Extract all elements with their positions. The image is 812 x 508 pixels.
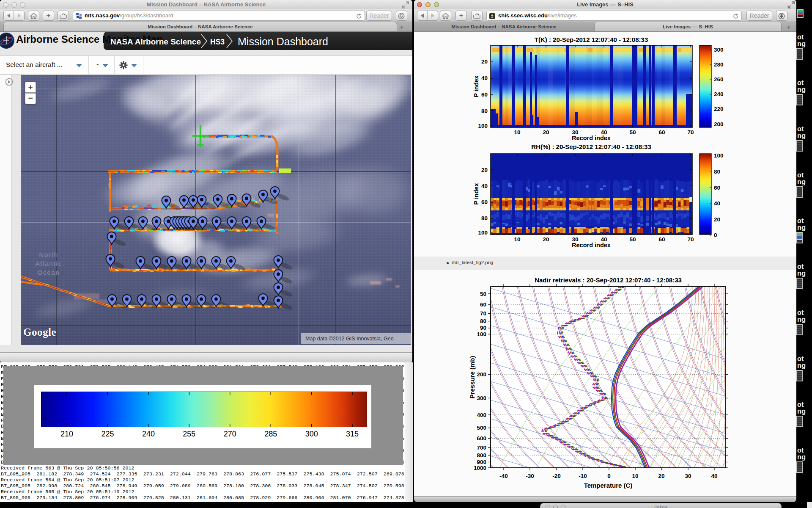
svg-text:40: 40 — [711, 473, 717, 479]
svg-text:210: 210 — [60, 430, 73, 438]
svg-text:90: 90 — [480, 325, 486, 331]
svg-text:60: 60 — [481, 199, 488, 205]
svg-text:80: 80 — [481, 108, 488, 114]
svg-text:270: 270 — [224, 430, 236, 438]
svg-text:60: 60 — [714, 185, 720, 191]
svg-text:280: 280 — [714, 61, 724, 68]
svg-text:P index: P index — [473, 75, 480, 97]
svg-text:80: 80 — [481, 215, 488, 221]
svg-text:-30: -30 — [526, 473, 534, 479]
svg-text:20: 20 — [543, 129, 549, 135]
svg-text:255: 255 — [183, 430, 195, 438]
svg-text:315: 315 — [346, 430, 359, 438]
svg-text:10: 10 — [514, 129, 520, 135]
svg-text:100: 100 — [478, 229, 488, 236]
svg-text:80: 80 — [480, 318, 486, 324]
svg-text:40: 40 — [481, 183, 488, 189]
svg-text:Record index: Record index — [572, 135, 611, 141]
svg-text:-10: -10 — [579, 473, 587, 479]
svg-text:400: 400 — [477, 412, 486, 418]
svg-text:80: 80 — [714, 168, 720, 175]
svg-text:70: 70 — [480, 310, 486, 317]
svg-text:500: 500 — [477, 425, 486, 431]
svg-text:Record index: Record index — [572, 242, 611, 248]
svg-text:285: 285 — [264, 430, 277, 438]
svg-text:50: 50 — [480, 291, 486, 297]
svg-text:50: 50 — [629, 129, 636, 135]
svg-text:200: 200 — [714, 121, 724, 127]
svg-text:220: 220 — [714, 106, 724, 112]
svg-text:20: 20 — [543, 236, 549, 243]
svg-text:300: 300 — [714, 47, 724, 53]
svg-text:100: 100 — [477, 331, 486, 337]
svg-text:RH(%) : 20-Sep-2012 12:07:40 -: RH(%) : 20-Sep-2012 12:07:40 - 12:08:33 — [531, 143, 651, 150]
svg-text:100: 100 — [714, 152, 724, 159]
svg-text:-40: -40 — [499, 473, 508, 479]
svg-text:P index: P index — [473, 183, 480, 204]
svg-text:60: 60 — [658, 236, 665, 243]
svg-text:10: 10 — [514, 236, 520, 243]
svg-text:60: 60 — [481, 91, 488, 98]
svg-text:20: 20 — [481, 167, 488, 173]
svg-text:20: 20 — [658, 473, 664, 479]
svg-text:50: 50 — [629, 236, 636, 243]
svg-text:30: 30 — [685, 473, 691, 479]
svg-text:240: 240 — [142, 430, 155, 438]
svg-text:300: 300 — [477, 395, 486, 401]
svg-text:Temperature (C): Temperature (C) — [584, 482, 633, 489]
svg-text:0: 0 — [714, 232, 717, 238]
svg-text:300: 300 — [305, 430, 318, 438]
svg-text:10: 10 — [632, 473, 638, 479]
svg-text:70: 70 — [687, 129, 694, 135]
svg-text:Pressure (mb): Pressure (mb) — [469, 356, 476, 399]
svg-text:20: 20 — [714, 216, 720, 223]
svg-text:20: 20 — [481, 58, 488, 65]
svg-text:Nadir retrievals : 20-Sep-2012: Nadir retrievals : 20-Sep-2012 12:07:40 … — [535, 276, 682, 284]
svg-text:60: 60 — [658, 129, 665, 135]
svg-text:240: 240 — [714, 91, 724, 97]
svg-text:40: 40 — [714, 200, 720, 207]
svg-text:60: 60 — [480, 301, 486, 308]
svg-text:700: 700 — [477, 444, 486, 451]
svg-text:800: 800 — [477, 452, 486, 458]
svg-text:260: 260 — [714, 76, 724, 83]
svg-text:0: 0 — [607, 473, 611, 479]
svg-text:600: 600 — [477, 435, 486, 442]
svg-text:-20: -20 — [552, 473, 561, 479]
svg-text:200: 200 — [477, 371, 486, 378]
svg-text:T(K) : 20-Sep-2012 12:07:40 -: T(K) : 20-Sep-2012 12:07:40 - 12:08:33 — [535, 36, 648, 43]
svg-text:100: 100 — [478, 123, 488, 129]
svg-text:1000: 1000 — [474, 465, 486, 471]
svg-text:40: 40 — [481, 75, 488, 81]
svg-text:225: 225 — [101, 430, 114, 438]
svg-text:70: 70 — [687, 236, 694, 243]
